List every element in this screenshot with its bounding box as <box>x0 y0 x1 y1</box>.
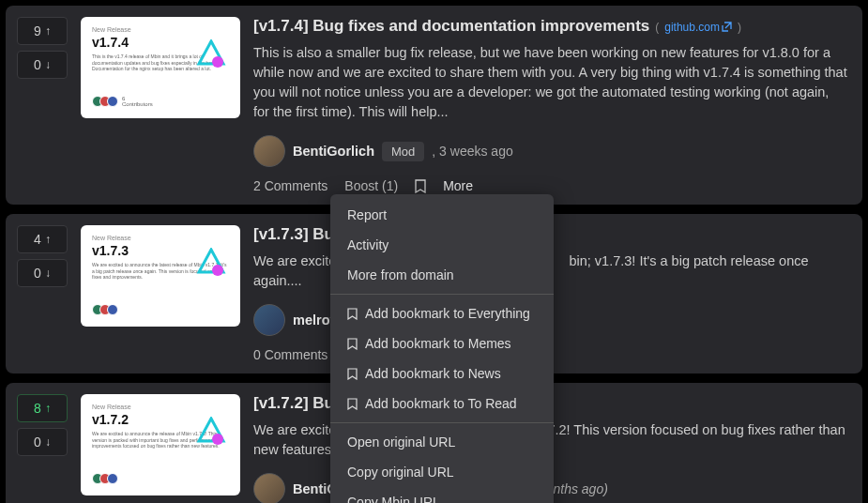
downvote-button[interactable]: 0 ↓ <box>17 259 68 287</box>
downvote-count: 0 <box>34 266 41 281</box>
logo-icon <box>195 248 227 279</box>
bookmark-icon <box>347 308 358 320</box>
upvote-count: 9 <box>34 23 41 38</box>
menu-more-domain[interactable]: More from domain <box>330 260 554 290</box>
external-link-icon <box>722 22 732 35</box>
upvote-button[interactable]: 8 ↑ <box>17 394 68 422</box>
menu-bookmark-news[interactable]: Add bookmark to News <box>330 358 554 389</box>
post-title-link[interactable]: [v1.7.4] Bug fixes and documentation imp… <box>253 17 649 36</box>
upvote-button[interactable]: 4 ↑ <box>17 225 68 253</box>
bookmark-icon <box>347 368 358 380</box>
svg-point-1 <box>212 265 223 276</box>
arrow-up-icon: ↑ <box>45 24 51 38</box>
post-card: 9 ↑ 0 ↓ New Release v1.7.4 This is the v… <box>6 6 862 205</box>
boost-button[interactable]: Boost (1) <box>344 178 398 193</box>
bookmark-icon <box>347 338 358 350</box>
avatar[interactable] <box>253 304 285 336</box>
logo-icon <box>195 417 227 448</box>
post-content: [v1.7.4] Bug fixes and documentation imp… <box>253 17 847 193</box>
timestamp: , 3 weeks ago <box>432 144 512 159</box>
menu-report[interactable]: Report <box>330 200 554 230</box>
menu-bookmark-everything[interactable]: Add bookmark to Everything <box>330 298 554 328</box>
bookmark-icon <box>347 398 358 410</box>
post-title-link[interactable]: [v1.7.3] Bu <box>253 225 334 244</box>
bookmark-button[interactable] <box>415 179 426 193</box>
arrow-down-icon: ↓ <box>45 58 51 71</box>
post-thumbnail[interactable]: New Release v1.7.4 This is the v1.7.4 re… <box>81 17 240 118</box>
menu-copy-url[interactable]: Copy original URL <box>330 457 554 487</box>
arrow-up-icon: ↑ <box>45 233 51 246</box>
domain-link[interactable]: github.com <box>664 21 732 35</box>
downvote-count: 0 <box>34 434 41 450</box>
post-thumbnail[interactable]: New Release v1.7.2 We are excited to ann… <box>81 394 240 495</box>
upvote-count: 8 <box>34 401 41 416</box>
mod-badge: Mod <box>382 142 424 161</box>
more-dropdown: Report Activity More from domain Add boo… <box>330 194 554 503</box>
avatar[interactable] <box>253 135 285 167</box>
post-actions: 2 Comments Boost (1) More <box>253 178 847 193</box>
downvote-button[interactable]: 0 ↓ <box>17 428 68 456</box>
svg-point-2 <box>212 434 223 445</box>
avatar[interactable] <box>253 473 285 503</box>
menu-open-url[interactable]: Open original URL <box>330 427 554 457</box>
vote-column: 9 ↑ 0 ↓ <box>17 17 68 193</box>
vote-column: 8 ↑ 0 ↓ <box>17 394 68 503</box>
menu-bookmark-toread[interactable]: Add bookmark to To Read <box>330 389 554 419</box>
arrow-down-icon: ↓ <box>45 435 51 449</box>
vote-column: 4 ↑ 0 ↓ <box>17 225 68 362</box>
menu-separator <box>330 294 554 295</box>
author-link[interactable]: BentiGorlich <box>293 144 374 159</box>
post-thumbnail[interactable]: New Release v1.7.3 We are excited to ann… <box>81 225 240 327</box>
comments-link[interactable]: 0 Comments <box>253 347 327 362</box>
upvote-count: 4 <box>34 232 41 247</box>
bookmark-icon <box>415 179 426 193</box>
post-body: This is also a smaller bug fix release, … <box>253 43 847 122</box>
svg-point-0 <box>212 56 223 68</box>
menu-activity[interactable]: Activity <box>330 230 554 260</box>
post-meta: BentiGorlich Mod , 3 weeks ago <box>253 135 847 167</box>
menu-copy-mbin[interactable]: Copy Mbin URL <box>330 487 554 503</box>
upvote-button[interactable]: 9 ↑ <box>17 17 68 45</box>
menu-separator <box>330 422 554 423</box>
comments-link[interactable]: 2 Comments <box>253 178 327 193</box>
logo-icon <box>195 39 227 70</box>
downvote-button[interactable]: 0 ↓ <box>17 51 68 79</box>
post-title-link[interactable]: [v1.7.2] Bu <box>253 394 334 413</box>
downvote-count: 0 <box>34 57 41 72</box>
arrow-up-icon: ↑ <box>45 402 51 415</box>
menu-bookmark-memes[interactable]: Add bookmark to Memes <box>330 328 554 358</box>
more-button[interactable]: More <box>443 178 473 193</box>
arrow-down-icon: ↓ <box>45 267 51 280</box>
